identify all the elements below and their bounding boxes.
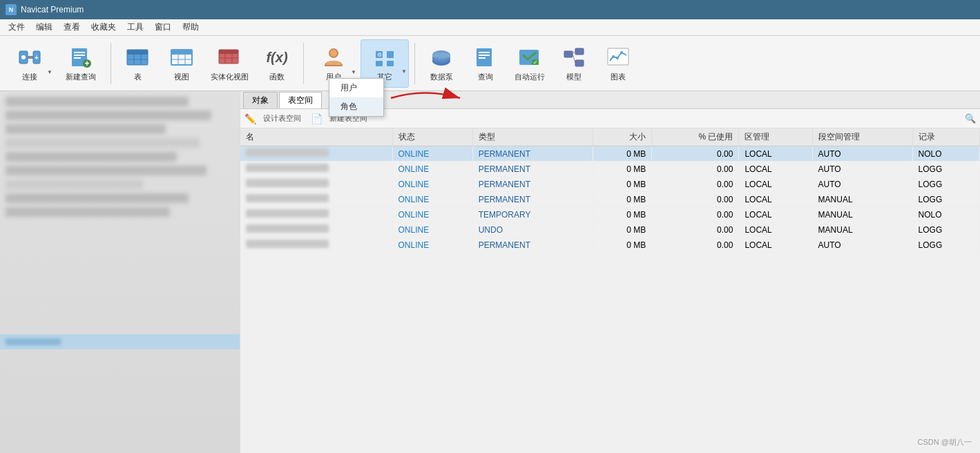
separator-1 [111, 43, 111, 84]
connect-button[interactable]: + 连接 ▼ [6, 39, 54, 88]
svg-text:✓: ✓ [533, 59, 538, 66]
col-logging: 记录 [912, 128, 979, 146]
material-view-button[interactable]: 实体化视图 [205, 39, 253, 88]
table-button[interactable]: 表 [117, 39, 158, 88]
svg-point-36 [432, 52, 450, 58]
svg-rect-2 [28, 56, 33, 59]
cell-status: ONLINE [392, 177, 472, 192]
cell-size: 0 MB [593, 177, 652, 192]
svg-text:+: + [35, 54, 39, 61]
tab-tablespace[interactable]: 表空间 [279, 92, 322, 108]
model-button[interactable]: 模型 [553, 39, 595, 88]
menu-bar: 文件 编辑 查看 收藏夹 工具 窗口 帮助 [0, 19, 980, 36]
table-row[interactable]: ONLINEPERMANENT0 MB0.00LOCALMANUALLOGG [240, 192, 980, 207]
svg-line-48 [573, 54, 575, 63]
cell-type: PERMANENT [472, 238, 593, 253]
separator-3 [414, 43, 415, 84]
cell-extent: LOCAL [739, 192, 812, 207]
design-tablespace-icon: ✏️ [244, 113, 256, 124]
connect-icon: + [17, 44, 43, 70]
cell-status: ONLINE [392, 222, 472, 238]
cell-status: ONLINE [392, 146, 472, 162]
material-view-icon [216, 44, 242, 70]
separator-2 [303, 43, 304, 84]
cell-size: 0 MB [593, 162, 652, 177]
function-icon: f(x) [264, 44, 290, 70]
user-dropdown-arrow: ▼ [351, 69, 356, 75]
design-tablespace-btn[interactable]: 设计表空间 [259, 112, 305, 125]
new-query-button[interactable]: + 新建查询 [57, 39, 105, 88]
chart-button[interactable]: 图表 [597, 39, 639, 88]
menu-file[interactable]: 文件 [3, 20, 30, 35]
cell-logging: LOGG [912, 162, 979, 177]
query-icon [472, 44, 499, 70]
col-name: 名 [240, 128, 392, 146]
svg-rect-12 [127, 50, 148, 55]
view-button[interactable]: 视图 [161, 39, 202, 88]
svg-rect-22 [219, 50, 238, 54]
sidebar-selected-item[interactable] [0, 334, 240, 349]
svg-line-47 [573, 51, 575, 54]
other-dropdown-arrow: ▼ [401, 68, 407, 75]
cell-type: UNDO [472, 222, 593, 238]
svg-rect-38 [479, 52, 490, 53]
other-icon: ⚙ [372, 44, 398, 70]
auto-run-button[interactable]: ✓ 自动运行 [509, 39, 550, 88]
svg-rect-39 [479, 55, 490, 56]
cell-logging: LOGG [912, 192, 979, 207]
svg-text:⚙: ⚙ [377, 52, 382, 58]
svg-rect-44 [564, 51, 573, 57]
new-query-label: 新建查询 [66, 72, 96, 82]
query-button[interactable]: 查询 [465, 39, 506, 88]
sidebar-content [0, 91, 240, 453]
cell-logging: NOLO [912, 146, 979, 162]
app-title: Navicat Premium [21, 5, 84, 15]
cell-extent: LOCAL [739, 162, 812, 177]
menu-tools[interactable]: 工具 [122, 20, 149, 35]
col-size: 大小 [593, 128, 652, 146]
cell-segment: AUTO [812, 146, 912, 162]
cell-extent: LOCAL [739, 207, 812, 222]
table-row[interactable]: ONLINETEMPORARY0 MB0.00LOCALMANUALNOLO [240, 207, 980, 222]
menu-favorites[interactable]: 收藏夹 [86, 20, 122, 35]
dropdown-role-item[interactable]: 角色 [329, 97, 383, 116]
table-row[interactable]: ONLINEPERMANENT0 MB0.00LOCALAUTOLOGG [240, 162, 980, 177]
dropdown-user-item[interactable]: 用户 [329, 79, 383, 97]
cell-size: 0 MB [593, 222, 652, 238]
svg-rect-30 [376, 61, 383, 66]
cell-type: PERMANENT [472, 192, 593, 207]
table-row[interactable]: ONLINEPERMANENT0 MB0.00LOCALAUTONOLO [240, 146, 980, 162]
new-tablespace-icon: 📄 [311, 113, 323, 124]
col-pct: % 已使用 [652, 128, 739, 146]
model-icon [561, 44, 587, 70]
tab-object[interactable]: 对象 [243, 92, 278, 108]
cell-segment: MANUAL [812, 207, 912, 222]
menu-view[interactable]: 查看 [58, 20, 86, 35]
svg-rect-7 [74, 55, 85, 56]
svg-rect-40 [479, 57, 486, 59]
title-bar: N Navicat Premium [0, 0, 980, 19]
user-icon [320, 44, 347, 70]
function-button[interactable]: f(x) 函数 [256, 39, 298, 88]
view-icon [169, 44, 195, 70]
model-label: 模型 [566, 72, 582, 82]
content-wrapper: 对象 表空间 ✏️ 设计表空间 📄 新建表空间 🔍 名 状态 类型 大小 % 已… [240, 91, 980, 453]
menu-help[interactable]: 帮助 [177, 20, 204, 35]
cell-extent: LOCAL [739, 222, 812, 238]
svg-rect-8 [74, 57, 81, 59]
table-row[interactable]: ONLINEUNDO0 MB0.00LOCALMANUALLOGG [240, 222, 980, 238]
cell-size: 0 MB [593, 146, 652, 162]
table-row[interactable]: ONLINEPERMANENT0 MB0.00LOCALAUTOLOGG [240, 238, 980, 253]
cell-pct: 0.00 [652, 222, 739, 238]
cell-status: ONLINE [392, 238, 472, 253]
sidebar [0, 91, 240, 453]
cell-pct: 0.00 [652, 162, 739, 177]
table-row[interactable]: ONLINEPERMANENT0 MB0.00LOCALAUTOLOGG [240, 177, 980, 192]
data-table: 名 状态 类型 大小 % 已使用 区管理 段空间管理 记录 ONLINEPERM… [240, 128, 980, 453]
menu-window[interactable]: 窗口 [149, 20, 177, 35]
cell-segment: AUTO [812, 177, 912, 192]
pump-button[interactable]: 数据泵 [421, 39, 462, 88]
search-icon-btn[interactable]: 🔍 [965, 113, 976, 124]
cell-segment: AUTO [812, 162, 912, 177]
menu-edit[interactable]: 编辑 [30, 20, 58, 35]
